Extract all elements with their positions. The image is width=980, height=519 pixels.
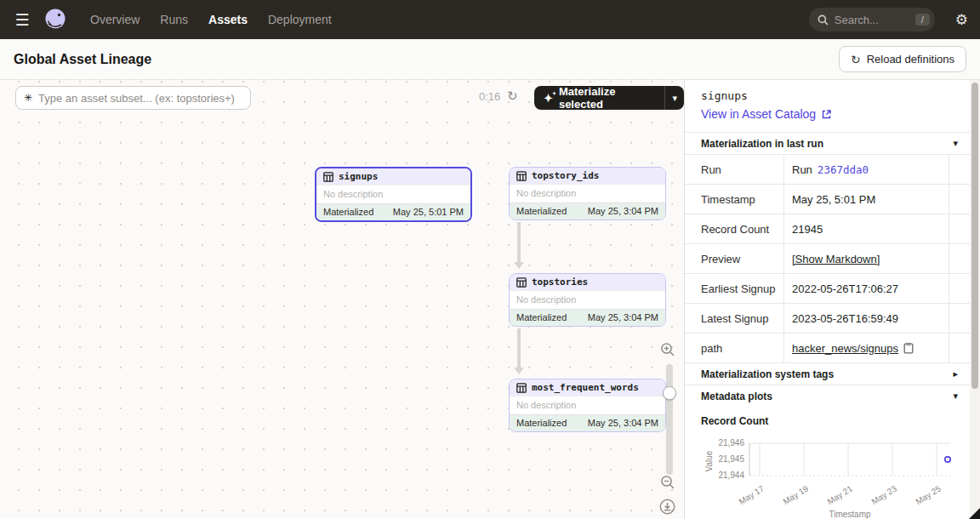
detail-value: Run 2367dda0 xyxy=(784,155,949,184)
refresh-countdown: 0:16 xyxy=(479,90,500,103)
asset-materialized-time: May 25, 5:01 PM xyxy=(393,207,464,217)
section-materialization-last-run[interactable]: Materialization in last run ▾ xyxy=(685,132,980,154)
asset-status: Materialized xyxy=(516,418,567,428)
asset-filter-input[interactable] xyxy=(38,92,242,105)
zoom-in-icon xyxy=(660,342,675,357)
asset-status-row: Materialized May 25, 3:04 PM xyxy=(510,414,665,431)
asset-status-row: Materialized May 25, 5:01 PM xyxy=(316,203,470,220)
search-shortcut-badge: / xyxy=(915,14,930,26)
graph-refresh-icon[interactable]: ↻ xyxy=(507,88,518,104)
detail-row-timestamp: Timestamp May 25, 5:01 PM xyxy=(685,184,980,214)
search-placeholder: Search... xyxy=(835,14,909,26)
materialize-main[interactable]: ✦ Materialize selected xyxy=(534,86,664,110)
asset-name: signups xyxy=(339,171,378,182)
search-icon xyxy=(818,14,829,26)
window-resize-handle[interactable] xyxy=(969,508,980,519)
asset-name: most_frequent_words xyxy=(532,382,639,393)
asset-name: topstories xyxy=(532,277,588,288)
caret-down-icon: ▾ xyxy=(953,138,958,149)
asset-materialized-time: May 25, 3:04 PM xyxy=(588,312,658,322)
detail-label: path xyxy=(685,334,784,362)
detail-row-earliest-signup: Earliest Signup 2022-05-26T17:06:27 xyxy=(685,273,980,303)
scatter-plot: 21,946 21,945 21,944 Value May 17 May 19… xyxy=(690,432,971,519)
table-icon xyxy=(323,172,333,182)
asset-node-topstory-ids[interactable]: topstory_ids No description Materialized… xyxy=(509,167,666,220)
detail-label: Latest Signup xyxy=(685,304,784,333)
lineage-graph-canvas[interactable]: ✳ 0:16 ↻ ✦ Materialize selected ▾ xyxy=(0,80,684,519)
view-in-asset-catalog-link[interactable]: View in Asset Catalog xyxy=(701,107,964,121)
asset-node-header: most_frequent_words xyxy=(510,379,665,396)
copy-icon[interactable] xyxy=(903,343,914,354)
nav-item-runs[interactable]: Runs xyxy=(160,13,188,26)
zoom-out-button[interactable] xyxy=(660,475,675,493)
detail-label: Timestamp xyxy=(685,185,784,214)
table-icon xyxy=(516,383,527,393)
table-icon xyxy=(516,171,527,181)
section-metadata-plots[interactable]: Metadata plots ▾ xyxy=(685,385,980,407)
x-tick: May 19 xyxy=(781,483,810,506)
detail-value: hacker_news/signups xyxy=(784,334,949,362)
reload-definitions-button[interactable]: ↻ Reload definitions xyxy=(839,46,966,72)
section-materialization-system-tags[interactable]: Materialization system tags ▸ xyxy=(685,362,980,385)
nav-item-assets[interactable]: Assets xyxy=(208,13,248,26)
sidebar-scrollbar-thumb[interactable] xyxy=(971,83,978,389)
run-id-link[interactable]: 2367dda0 xyxy=(818,163,869,176)
nav-links: Overview Runs Assets Deployment xyxy=(90,13,332,26)
table-icon xyxy=(516,277,527,288)
run-prefix: Run xyxy=(792,163,812,176)
reload-definitions-label: Reload definitions xyxy=(867,53,954,66)
zoom-slider-track[interactable] xyxy=(666,364,673,475)
detail-label: Run xyxy=(685,155,784,184)
detail-label: Record Count xyxy=(685,214,784,243)
path-link[interactable]: hacker_news/signups xyxy=(792,342,898,355)
x-axis-label: Timestamp xyxy=(829,510,871,519)
caret-down-icon: ▾ xyxy=(953,391,958,402)
zoom-slider-handle[interactable] xyxy=(663,386,676,400)
refresh-icon: ↻ xyxy=(851,53,861,66)
page-header: Global Asset Lineage ↻ Reload definition… xyxy=(0,39,980,80)
detail-value: [Show Markdown] xyxy=(784,244,949,273)
y-tick: 21,944 xyxy=(718,471,744,480)
page-title: Global Asset Lineage xyxy=(14,52,151,67)
catalog-link-label: View in Asset Catalog xyxy=(701,107,816,121)
asset-node-header: topstory_ids xyxy=(510,168,665,184)
hamburger-menu-icon[interactable]: ☰ xyxy=(12,10,32,30)
asset-materialized-time: May 25, 3:04 PM xyxy=(588,418,658,428)
record-count-chart: 21,946 21,945 21,944 Value May 17 May 19… xyxy=(685,431,980,519)
asset-description: No description xyxy=(510,396,665,414)
sidebar-asset-name: signups xyxy=(701,89,964,102)
y-tick: 21,946 xyxy=(718,438,744,448)
external-link-icon xyxy=(821,109,832,120)
materialize-label: Materialize selected xyxy=(559,86,656,110)
asset-filter-input-wrap: ✳ xyxy=(15,86,251,110)
detail-row-path: path hacker_news/signups xyxy=(685,333,980,362)
global-search[interactable]: Search... / xyxy=(809,8,935,31)
asset-description: No description xyxy=(316,185,470,203)
detail-value: 2022-05-26T17:06:27 xyxy=(784,274,949,303)
show-markdown-link[interactable]: [Show Markdown] xyxy=(792,253,880,265)
data-point[interactable] xyxy=(945,457,950,462)
gear-icon[interactable]: ⚙ xyxy=(955,11,968,29)
materialize-selected-button[interactable]: ✦ Materialize selected ▾ xyxy=(534,86,684,110)
asset-materialized-time: May 25, 3:04 PM xyxy=(588,206,658,216)
detail-value: 21945 xyxy=(784,214,949,243)
section-label: Materialization system tags xyxy=(701,368,834,380)
detail-label: Earliest Signup xyxy=(685,274,784,303)
asset-node-header: signups xyxy=(316,168,470,185)
section-label: Materialization in last run xyxy=(701,138,823,150)
x-tick: May 23 xyxy=(869,483,898,506)
asset-node-most-frequent-words[interactable]: most_frequent_words No description Mater… xyxy=(509,379,666,432)
zoom-out-icon xyxy=(660,475,675,490)
dagster-logo-icon[interactable] xyxy=(43,7,68,32)
detail-row-run: Run Run 2367dda0 xyxy=(685,154,980,184)
asset-node-signups[interactable]: signups No description Materialized May … xyxy=(315,167,472,222)
edge-topstories-to-most-frequent-words xyxy=(517,328,521,373)
nav-item-deployment[interactable]: Deployment xyxy=(268,13,332,26)
nav-item-overview[interactable]: Overview xyxy=(90,13,140,26)
materialize-dropdown-caret[interactable]: ▾ xyxy=(664,86,684,110)
asset-name: topstory_ids xyxy=(532,170,599,181)
asset-node-topstories[interactable]: topstories No description Materialized M… xyxy=(509,273,666,327)
zoom-to-fit-button[interactable] xyxy=(659,499,675,518)
zoom-in-button[interactable] xyxy=(660,342,675,361)
x-tick: May 21 xyxy=(825,483,854,506)
